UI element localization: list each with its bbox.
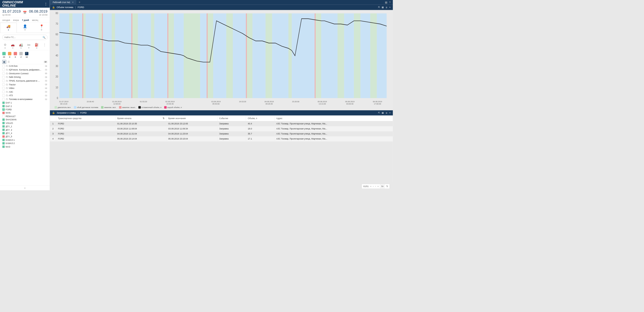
tree-checkbox[interactable] [2, 94, 5, 97]
tree-vehicle[interactable]: RENAULT [0, 115, 50, 118]
tree-vehicle[interactable]: SHACMAN [0, 118, 50, 121]
table-header[interactable]: Транспортное средство [56, 116, 115, 121]
status-filter-2[interactable]: 🚛0 [19, 43, 23, 49]
color-filter-1[interactable]: 0 [8, 52, 11, 58]
panel-close-icon[interactable]: × [389, 6, 390, 9]
tree-checkbox[interactable] [2, 125, 5, 128]
color-filter-2[interactable]: 6 [14, 52, 17, 58]
tree-vehicle[interactable]: ДГУ_2 [0, 128, 50, 131]
calendar-icon[interactable]: 📅 [23, 11, 27, 15]
tree-folder[interactable]: 🗀Safe Driving3 [0, 75, 50, 79]
tab-close-icon[interactable]: × [72, 1, 74, 4]
tree-vehicle[interactable]: КАМАЗ 1 [0, 138, 50, 142]
tree-checkbox[interactable] [2, 135, 5, 138]
tree-checkbox[interactable] [2, 146, 5, 148]
search-input[interactable] [2, 35, 47, 40]
filter-more-icon[interactable]: ⋮ [43, 43, 46, 49]
menu-dots-icon[interactable]: ⋮ [44, 2, 47, 6]
tree-checkbox[interactable] [2, 115, 5, 118]
tree-checkbox[interactable] [2, 129, 5, 131]
view-list-icon[interactable]: ☰ [7, 60, 10, 63]
sidebar-collapse-icon[interactable]: « [0, 185, 50, 190]
tree-checkbox[interactable] [2, 83, 5, 86]
panel-grid-icon[interactable]: ▦ [382, 112, 384, 114]
fuel-chart[interactable]: 01020304050607080 [53, 12, 388, 100]
tree-vehicle[interactable]: DAF 1 [0, 101, 50, 104]
tree-folder[interactable]: 🗀IQFreeze. Контроль рефрижен...1 [0, 68, 50, 72]
tree-folder[interactable]: 🗀АЗС1 [0, 90, 50, 94]
table-header[interactable]: Время окончания [166, 116, 218, 121]
legend-item[interactable]: зажиган. вкл. [101, 106, 116, 109]
tree-checkbox[interactable] [2, 98, 5, 100]
view-grid-icon[interactable]: ▦ [2, 60, 6, 64]
pager-first-icon[interactable]: « [370, 185, 371, 188]
date-to[interactable]: 06.08.2019 вт 23:59 [29, 9, 47, 16]
tree-checkbox[interactable] [2, 101, 5, 104]
tree-vehicle[interactable]: DAF 2 [0, 105, 50, 108]
pager-last-icon[interactable]: » [377, 185, 379, 188]
tree-folder[interactable]: 🗀АТЗ1 [0, 94, 50, 97]
workspace-tab[interactable]: Рабочий стол №1 × [50, 0, 76, 5]
tree-checkbox[interactable] [2, 72, 5, 75]
tab-add-icon[interactable]: + [76, 1, 83, 4]
tree-vehicle[interactable]: ДГУ_5 [0, 135, 50, 138]
tree-folder[interactable]: 🗀Omnicomm Connect0 [0, 72, 50, 75]
entity-tab-1[interactable]: 👤0 [17, 23, 33, 33]
table-header[interactable]: Событие [217, 116, 246, 121]
status-filter-4[interactable]: ⛽0 [35, 43, 39, 49]
help-icon[interactable]: ? [389, 1, 390, 4]
table-header[interactable] [50, 116, 56, 121]
panel-grid-icon[interactable]: ▦ [382, 6, 384, 9]
quick-today[interactable]: сегодня [2, 19, 10, 21]
status-filter-1[interactable]: 🚗0 [11, 43, 15, 49]
tree-folder[interactable]: 🗀Топливо в килограммах1 [0, 97, 50, 101]
lock-icon[interactable]: 🔓 [52, 112, 55, 114]
panel-export-icon[interactable]: ⇱ [378, 112, 380, 114]
tree-vehicle[interactable]: MAN [0, 111, 50, 115]
legend-item[interactable]: двигатель вкл. [55, 106, 71, 109]
color-filter-3[interactable]: 2 [19, 52, 23, 58]
tree-checkbox[interactable] [2, 139, 5, 141]
tree-checkbox[interactable] [2, 142, 5, 145]
tree-checkbox[interactable] [2, 76, 5, 78]
tree-folder[interactable]: 🗀TPMS. Контроль давления в ...1 [0, 79, 50, 83]
tree-checkbox[interactable] [2, 105, 5, 108]
pager-size-stepper[interactable]: ⇅ [386, 185, 388, 188]
quick-week[interactable]: 7 дней [22, 19, 29, 21]
tree-folder[interactable]: 🗀Video4 [0, 86, 50, 90]
table-header[interactable]: Адрес [274, 116, 393, 121]
table-row[interactable]: 3FORD04.08.2019 11:21:0404.08.2019 11:23… [50, 131, 393, 136]
tree-vehicle[interactable]: КАМАЗ 2 [0, 142, 50, 145]
legend-item[interactable]: сбой датчиков топлива [74, 106, 98, 109]
tree-checkbox[interactable] [2, 118, 5, 121]
color-filter-4[interactable]: 32 [25, 52, 28, 58]
panel-columns-icon[interactable]: ⫼ [385, 112, 388, 114]
tree-checkbox[interactable] [2, 80, 5, 82]
table-header[interactable]: Объём, л [246, 116, 274, 121]
table-row[interactable]: 1FORD01.08.2019 23:10:3501.08.2019 23:12… [50, 121, 393, 126]
quick-month[interactable]: месяц [32, 19, 38, 21]
entity-tab-0[interactable]: 🚚1 [0, 23, 17, 33]
pager-prev-icon[interactable]: ‹ [373, 185, 374, 188]
tree-checkbox[interactable] [2, 108, 5, 111]
table-row[interactable]: 4FORD05.08.2019 23:14:0405.08.2019 23:15… [50, 136, 393, 142]
layout-icon[interactable]: ▤ [385, 1, 387, 4]
legend-item[interactable]: зажиган. выкл. [119, 106, 136, 109]
tree-vehicle[interactable]: ДГУ_4 [0, 131, 50, 135]
tree-checkbox[interactable] [2, 91, 5, 93]
lock-icon[interactable]: 🔓 [52, 6, 55, 9]
tree-vehicle[interactable]: ДГУ_1 [0, 125, 50, 128]
color-filter-0[interactable]: 24 [2, 52, 6, 58]
tree-checkbox[interactable] [2, 65, 5, 67]
legend-item[interactable]: сглаженный объём, л [138, 106, 161, 109]
tree-folder[interactable]: 🗀CAN bus3 [0, 64, 50, 68]
table-row[interactable]: 2FORD03.08.2019 11:08:0403.08.2019 11:09… [50, 126, 393, 131]
quick-yesterday[interactable]: вчера [13, 19, 19, 21]
tree-vehicle[interactable]: МАЗ [0, 145, 50, 148]
tree-checkbox[interactable] [2, 122, 5, 124]
table-header[interactable]: Время начала ⇅ [115, 116, 166, 121]
pager-size[interactable]: 50 [380, 185, 385, 188]
status-filter-0[interactable]: ⚙0 [4, 43, 7, 49]
panel-export-icon[interactable]: ⇱ [378, 6, 380, 9]
tree-checkbox[interactable] [2, 68, 5, 71]
